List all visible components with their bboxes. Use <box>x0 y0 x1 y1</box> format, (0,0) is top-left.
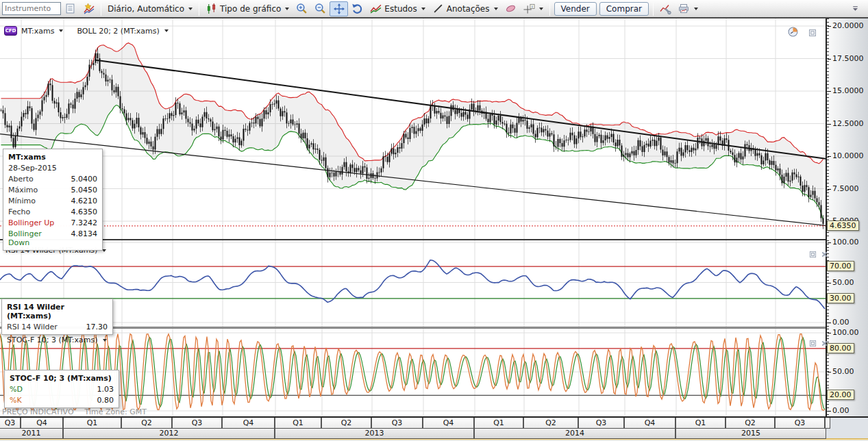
crosshair-info-dropdown[interactable] <box>520 1 547 16</box>
quarter-cell: Q4 <box>222 418 275 429</box>
zoom-in-button[interactable] <box>293 1 311 16</box>
panel-splitter[interactable] <box>0 327 826 329</box>
tooltip-row-value: 0.80 <box>97 396 114 405</box>
stoc-panel-controls <box>809 337 828 350</box>
quarter-cell <box>825 418 830 429</box>
year-cell: 2011 <box>0 429 63 439</box>
axis-tick-label: 0.00 <box>832 318 850 327</box>
undo-button[interactable] <box>348 1 367 16</box>
quarter-cell: Q3 <box>0 418 21 429</box>
indicator-dropdown[interactable]: BOLL 20; 2 (MT:xams) <box>77 27 168 36</box>
tooltip-row-label: Bollinger Down <box>8 229 63 247</box>
time-axis[interactable]: Q3Q4Q1Q2Q3Q4Q1Q2Q3Q4Q1Q2Q3Q4Q1Q2Q3201120… <box>0 416 868 438</box>
buy-button[interactable]: Comprar <box>599 2 649 16</box>
toolbar-overflow-button[interactable] <box>846 1 865 16</box>
toolbar-separator <box>549 2 550 16</box>
tooltip-row-label: %D <box>10 385 23 394</box>
tooltip-row-label: %K <box>10 396 22 405</box>
rsi-panel-controls <box>809 248 828 261</box>
chart-type-dropdown[interactable]: Tipo de gráfico <box>202 1 293 16</box>
tooltip-row: Fecho4.6350 <box>8 206 97 217</box>
chevron-down-icon <box>59 29 63 32</box>
tooltip-row: Bollinger Down4.8134 <box>8 228 97 248</box>
candlestick-icon <box>206 3 217 14</box>
price-level-badge: 20.00 <box>827 390 854 400</box>
stoc-title-label: STOC-F 10; 3 (MT:xams) <box>7 336 98 344</box>
price-level-badge: 70.00 <box>827 261 854 271</box>
quarter-cell: Q1 <box>275 418 321 429</box>
tooltip-row-value: 5.0450 <box>71 186 98 194</box>
studies-dropdown[interactable]: Estudos <box>367 1 428 16</box>
price-chart-plot[interactable] <box>0 18 826 239</box>
quarter-cell: Q3 <box>371 418 423 429</box>
chart-favorite-button[interactable] <box>79 1 98 16</box>
chart-type-label: Tipo de gráfico <box>220 4 281 14</box>
restore-panel-icon[interactable] <box>809 337 817 350</box>
cfd-badge: CFD <box>4 26 17 36</box>
restore-panel-icon[interactable] <box>808 27 817 40</box>
year-cell: 2014 <box>474 429 675 439</box>
pan-button[interactable] <box>330 1 348 16</box>
tooltip-row: %K0.80 <box>10 394 114 405</box>
chevron-down-icon <box>164 29 169 32</box>
tooltip-row-value: 7.3242 <box>71 218 98 227</box>
axis-tick-label: 50.00 <box>832 278 854 287</box>
symbol-dropdown[interactable]: MT:xams <box>21 27 63 36</box>
quarter-cell: Q1 <box>675 418 726 429</box>
price-level-badge: 30.00 <box>827 293 854 303</box>
axis-minor-ticks <box>827 18 829 239</box>
tooltip-row: Mínimo4.6210 <box>8 195 97 206</box>
rsi-chart-plot[interactable] <box>0 240 826 327</box>
stoc-indicator-dropdown[interactable]: STOC-F 10; 3 (MT:xams) <box>7 336 107 344</box>
chart-settings-button[interactable] <box>656 1 675 16</box>
eraser-button[interactable] <box>501 1 520 16</box>
instrument-search-input[interactable] <box>2 2 61 15</box>
tooltip-row-label: Mínimo <box>8 197 36 205</box>
toolbar-separator <box>199 2 199 16</box>
annotations-dropdown[interactable]: Anotações <box>429 1 501 16</box>
axis-tick-label: 100.00 <box>832 238 859 247</box>
quarter-cell: Q3 <box>775 418 825 429</box>
tooltip-row-value: 4.8134 <box>71 229 98 247</box>
stoc-tooltip-rows: %D1.03%K0.80 <box>10 383 114 405</box>
watchlist-button[interactable] <box>61 1 79 16</box>
symbol-label: MT:xams <box>21 27 54 36</box>
period-dropdown[interactable]: Diário, Automático <box>104 1 196 16</box>
crosshair-info-icon <box>523 3 535 14</box>
rsi-tooltip-rows: RSI 14 Wilder17.30 <box>7 321 108 332</box>
quarter-cell: Q4 <box>21 418 63 429</box>
year-cell: 2012 <box>63 429 275 439</box>
axis-tick-label: 10.0000 <box>832 151 864 160</box>
print-dropdown[interactable] <box>675 1 702 16</box>
axis-tick-label: 17.5000 <box>832 54 864 63</box>
chart-wrench-icon <box>660 3 671 14</box>
tooltip-row-label: Bollinger Up <box>8 218 54 227</box>
chevron-down-icon <box>102 249 106 252</box>
panel-splitter[interactable] <box>0 239 826 240</box>
tooltip-row-value: 4.6350 <box>71 207 98 216</box>
pan-arrows-icon <box>333 3 345 14</box>
chevron-down-icon <box>285 8 289 10</box>
stochastic-chart-plot[interactable] <box>0 329 826 416</box>
close-panel-icon[interactable] <box>821 337 828 350</box>
tooltip-date: 28-Sep-2015 <box>8 164 57 173</box>
chart-footer-note: PREÇO INDICATIVO Time Zone: GMT <box>2 407 147 416</box>
session-clock-icon[interactable] <box>788 27 798 40</box>
price-panel-header: CFD MT:xams BOLL 20; 2 (MT:xams) <box>4 26 169 36</box>
axis-tick-label: 50.00 <box>832 367 854 376</box>
restore-panel-icon[interactable] <box>809 248 817 261</box>
chevron-down-icon <box>539 8 543 10</box>
close-panel-icon[interactable] <box>821 248 828 261</box>
zoom-out-button[interactable] <box>311 1 330 16</box>
trendline-tool-icon <box>432 3 444 14</box>
sell-button[interactable]: Vender <box>554 2 597 16</box>
tooltip-row: %D1.03 <box>10 383 114 394</box>
quarter-cell: Q2 <box>523 418 578 429</box>
tooltip-title: RSI 14 Wilder (MT:xams) <box>7 301 108 321</box>
trading-platform-window: Diário, Automático Tipo de gráfico Estud… <box>0 0 868 441</box>
watchlist-icon <box>64 3 76 14</box>
toolbar-separator <box>653 2 654 16</box>
price-axis-gutter[interactable]: 20.000017.500015.000012.500010.00007.500… <box>826 18 868 416</box>
tooltip-row: Aberto5.0400 <box>8 173 97 184</box>
quarter-cell: Q2 <box>726 418 775 429</box>
